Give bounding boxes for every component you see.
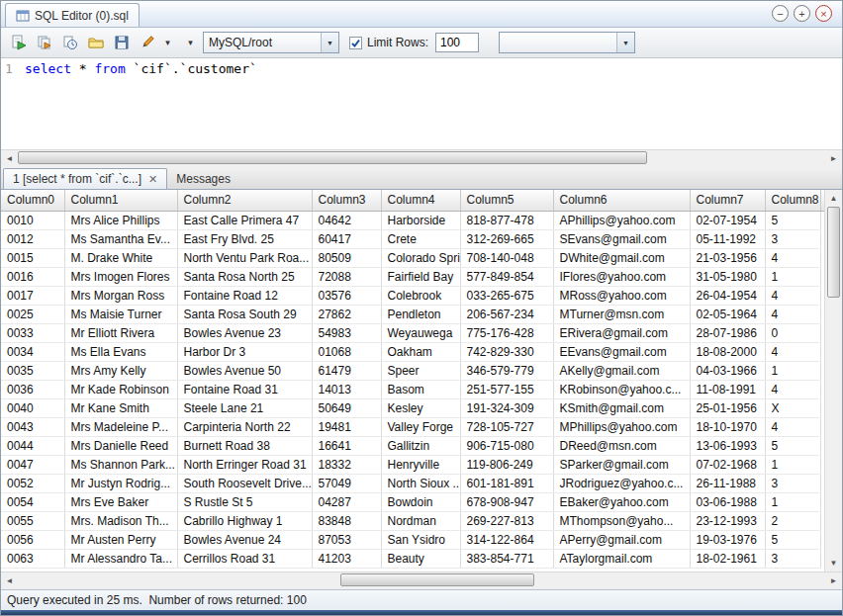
scroll-track[interactable] <box>18 150 825 167</box>
table-cell[interactable]: Harbor Dr 3 <box>177 342 312 361</box>
table-cell[interactable]: 83848 <box>312 511 381 530</box>
table-cell[interactable]: 0015 <box>1 248 64 267</box>
table-cell[interactable]: 0012 <box>1 229 64 248</box>
grid-hscrollbar[interactable]: ◄ ► <box>1 572 842 589</box>
toolbar-dropdown-icon[interactable]: ▾ <box>161 31 174 54</box>
table-cell[interactable]: 05-11-1992 <box>690 229 765 248</box>
table-cell[interactable]: SParker@gmail.com <box>553 455 690 474</box>
table-cell[interactable]: 0036 <box>1 380 64 398</box>
table-cell[interactable]: 01068 <box>312 342 381 361</box>
secondary-combo[interactable]: ▼ <box>499 32 635 53</box>
table-cell[interactable]: AKelly@gmail.com <box>553 361 690 380</box>
table-cell[interactable]: East Fry Blvd. 25 <box>177 229 312 248</box>
table-cell[interactable]: Carpinteria North 22 <box>177 417 312 436</box>
table-cell[interactable]: 312-269-665 <box>460 229 553 248</box>
table-cell[interactable]: 11-08-1991 <box>690 380 765 398</box>
close-button[interactable]: × <box>815 5 832 22</box>
table-cell[interactable]: 191-324-309 <box>460 398 553 417</box>
column-header[interactable]: Column7 <box>690 190 765 211</box>
table-cell[interactable]: East Calle Primera 47 <box>177 211 312 229</box>
table-cell[interactable]: 0040 <box>1 398 64 417</box>
table-cell[interactable]: 4 <box>765 286 820 305</box>
table-cell[interactable]: 4 <box>765 417 820 436</box>
table-cell[interactable]: 346-579-779 <box>460 361 553 380</box>
messages-tab[interactable]: Messages <box>167 168 239 189</box>
table-cell[interactable]: 26-04-1954 <box>690 286 765 305</box>
table-cell[interactable]: Steele Lane 21 <box>177 398 312 417</box>
column-header[interactable]: Column0 <box>1 190 64 211</box>
grid-vscrollbar[interactable]: ▲ ▼ <box>824 190 842 572</box>
column-header[interactable]: Column1 <box>64 190 177 211</box>
scroll-right-icon[interactable]: ► <box>825 150 842 167</box>
column-header[interactable]: Column3 <box>312 190 381 211</box>
table-cell[interactable]: Valley Forge <box>381 417 460 436</box>
table-cell[interactable]: 0017 <box>1 286 64 305</box>
table-cell[interactable]: 02-05-1964 <box>690 305 765 323</box>
table-cell[interactable]: 577-849-854 <box>460 267 553 286</box>
table-cell[interactable]: 60417 <box>312 229 381 248</box>
table-cell[interactable]: 206-567-234 <box>460 305 553 323</box>
table-cell[interactable]: 0054 <box>1 492 64 511</box>
table-cell[interactable]: MThompson@yaho... <box>553 511 690 530</box>
scroll-left-icon[interactable]: ◄ <box>1 150 18 167</box>
table-cell[interactable]: 4 <box>765 305 820 323</box>
table-cell[interactable]: 5 <box>765 211 820 229</box>
run-statement-button[interactable] <box>33 31 56 54</box>
table-cell[interactable]: Beauty <box>381 549 460 568</box>
table-cell[interactable]: 41203 <box>312 549 381 568</box>
table-cell[interactable]: 0044 <box>1 436 64 455</box>
table-cell[interactable]: 0033 <box>1 323 64 342</box>
table-cell[interactable]: 4 <box>765 342 820 361</box>
table-cell[interactable]: 0016 <box>1 267 64 286</box>
table-cell[interactable]: Mrs Amy Kelly <box>64 361 177 380</box>
scroll-right-icon[interactable]: ► <box>825 572 842 589</box>
table-cell[interactable]: 02-07-1954 <box>690 211 765 229</box>
table-cell[interactable]: 87053 <box>312 530 381 549</box>
toolbar-overflow-icon[interactable]: ▾ <box>184 31 197 54</box>
table-cell[interactable]: Mrs Alice Phillips <box>64 211 177 229</box>
table-cell[interactable]: 383-854-771 <box>460 549 553 568</box>
table-cell[interactable]: 03576 <box>312 286 381 305</box>
table-cell[interactable]: 07-02-1968 <box>690 455 765 474</box>
table-cell[interactable]: 3 <box>765 549 820 568</box>
table-cell[interactable]: X <box>765 398 820 417</box>
table-cell[interactable]: Fairfield Bay <box>381 267 460 286</box>
table-cell[interactable]: 18-02-1961 <box>690 549 765 568</box>
table-cell[interactable]: 033-265-675 <box>460 286 553 305</box>
table-cell[interactable]: 314-122-864 <box>460 530 553 549</box>
scroll-thumb[interactable] <box>827 207 840 298</box>
table-cell[interactable]: 50649 <box>312 398 381 417</box>
table-cell[interactable]: Bowdoin <box>381 492 460 511</box>
table-cell[interactable]: ATaylorgmail.com <box>553 549 690 568</box>
edit-button[interactable] <box>136 31 159 54</box>
table-cell[interactable]: 4 <box>765 248 820 267</box>
table-cell[interactable]: IFlores@yahoo.com <box>553 267 690 286</box>
table-cell[interactable]: 03-06-1988 <box>690 492 765 511</box>
table-cell[interactable]: KSmith@gmail.com <box>553 398 690 417</box>
table-cell[interactable]: APerry@gmail.com <box>553 530 690 549</box>
table-cell[interactable]: 5 <box>765 530 820 549</box>
maximize-button[interactable]: + <box>794 5 810 22</box>
table-cell[interactable]: Santa Rosa South 29 <box>177 305 312 323</box>
table-cell[interactable]: 18332 <box>312 455 381 474</box>
table-cell[interactable]: Kesley <box>381 398 460 417</box>
table-cell[interactable]: Mr Kade Robinson <box>64 380 177 398</box>
table-cell[interactable]: 775-176-428 <box>460 323 553 342</box>
table-cell[interactable]: Mr Justyn Rodrig... <box>64 474 177 492</box>
table-cell[interactable]: Ms Ella Evans <box>64 342 177 361</box>
scroll-track[interactable] <box>825 207 842 555</box>
table-cell[interactable]: 1 <box>765 267 820 286</box>
table-cell[interactable]: 269-227-813 <box>460 511 553 530</box>
table-cell[interactable]: 04-03-1966 <box>690 361 765 380</box>
table-cell[interactable]: Mrs Danielle Reed <box>64 436 177 455</box>
limit-rows-checkbox[interactable] <box>349 37 362 49</box>
scroll-left-icon[interactable]: ◄ <box>1 572 18 589</box>
table-cell[interactable]: Crete <box>381 229 460 248</box>
table-cell[interactable]: 18-08-2000 <box>690 342 765 361</box>
table-cell[interactable]: MRoss@yahoo.com <box>553 286 690 305</box>
table-cell[interactable]: 0055 <box>1 511 64 530</box>
table-cell[interactable]: 13-06-1993 <box>690 436 765 455</box>
table-cell[interactable]: MPhillips@yahoo.com <box>553 417 690 436</box>
table-cell[interactable]: 28-07-1986 <box>690 323 765 342</box>
scroll-up-icon[interactable]: ▲ <box>825 190 842 207</box>
